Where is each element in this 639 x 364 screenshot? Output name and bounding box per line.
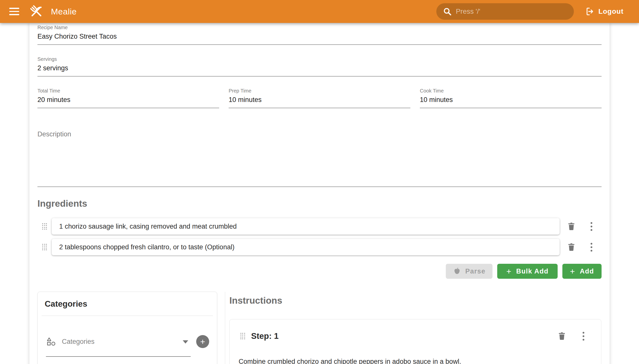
menu-icon[interactable] xyxy=(6,3,23,20)
total-time-label: Total Time xyxy=(38,88,219,94)
trash-icon xyxy=(566,242,576,252)
cook-time-underline xyxy=(420,108,601,108)
prep-time-value[interactable]: 10 minutes xyxy=(229,96,410,104)
plus-icon: + xyxy=(200,335,205,348)
cook-time-value[interactable]: 10 minutes xyxy=(420,96,601,104)
prep-time-label: Prep Time xyxy=(229,88,410,94)
step-card: Step: 1 Combine cr xyxy=(229,319,601,364)
categories-divider xyxy=(42,316,213,316)
cook-time-field[interactable]: Cook Time 10 minutes xyxy=(420,88,601,108)
servings-field[interactable]: Servings 2 servings xyxy=(38,56,601,76)
description-underline xyxy=(38,186,601,187)
prep-time-field[interactable]: Prep Time 10 minutes xyxy=(229,88,410,108)
trash-icon xyxy=(566,222,576,231)
search-placeholder: Press '/' xyxy=(456,8,480,16)
recipe-name-value[interactable]: Easy Chorizo Street Tacos xyxy=(38,32,601,40)
ingredient-row: 1 chorizo sausage link, casing removed a… xyxy=(38,218,601,234)
recipe-name-field[interactable]: Recipe Name Easy Chorizo Street Tacos xyxy=(38,23,601,45)
kebab-icon xyxy=(583,332,584,340)
parse-button[interactable]: Parse xyxy=(446,264,493,279)
instructions-heading: Instructions xyxy=(229,295,601,306)
plus-icon: + xyxy=(570,268,575,275)
delete-ingredient-button[interactable] xyxy=(566,221,577,232)
mealie-logo-icon xyxy=(29,4,45,20)
search-input[interactable]: Press '/' xyxy=(436,3,574,20)
add-label: Add xyxy=(580,268,594,275)
drag-handle-icon[interactable] xyxy=(38,223,52,230)
categories-select-label: Categories xyxy=(62,338,95,346)
servings-underline xyxy=(38,76,601,76)
app-bar: Mealie Press '/' Logout xyxy=(0,0,639,23)
parse-label: Parse xyxy=(465,268,486,275)
step-text[interactable]: Combine crumbled chorizo and chipotle pe… xyxy=(239,357,587,364)
apple-icon xyxy=(453,267,461,276)
kebab-icon xyxy=(591,222,592,231)
chevron-down-icon[interactable] xyxy=(183,340,188,344)
search-icon xyxy=(442,6,452,16)
delete-step-button[interactable] xyxy=(556,330,567,342)
step-more-button[interactable] xyxy=(580,330,587,342)
drag-handle-icon[interactable] xyxy=(38,244,52,250)
trash-icon xyxy=(557,331,567,341)
kebab-icon xyxy=(591,243,592,252)
logout-icon xyxy=(585,7,595,16)
total-time-field[interactable]: Total Time 20 minutes xyxy=(38,88,219,108)
step-title: Step: 1 xyxy=(251,331,279,341)
drag-handle-icon[interactable] xyxy=(240,333,246,340)
app-title: Mealie xyxy=(51,7,77,16)
ingredient-more-button[interactable] xyxy=(588,242,595,252)
ingredient-input[interactable]: 1 chorizo sausage link, casing removed a… xyxy=(52,218,560,234)
cook-time-label: Cook Time xyxy=(420,88,601,94)
ingredient-input[interactable]: 2 tablespoons chopped fresh cilantro, or… xyxy=(52,239,560,255)
shapes-icon xyxy=(46,336,56,347)
recipe-name-underline xyxy=(38,44,601,45)
add-category-button[interactable]: + xyxy=(196,335,209,348)
logout-label: Logout xyxy=(598,8,623,16)
categories-card-title: Categories xyxy=(38,292,217,309)
categories-select-underline xyxy=(46,356,191,357)
delete-ingredient-button[interactable] xyxy=(566,242,577,252)
recipe-editor-card: Recipe Name Easy Chorizo Street Tacos Se… xyxy=(30,23,609,364)
ingredient-row: 2 tablespoons chopped fresh cilantro, or… xyxy=(38,239,601,255)
description-label: Description xyxy=(38,130,601,138)
ingredient-text: 2 tablespoons chopped fresh cilantro, or… xyxy=(59,243,234,251)
total-time-underline xyxy=(38,108,219,108)
recipe-name-label: Recipe Name xyxy=(38,24,601,30)
servings-label: Servings xyxy=(38,56,601,62)
bulk-add-label: Bulk Add xyxy=(516,268,549,275)
description-field[interactable]: Description xyxy=(38,130,601,187)
prep-time-underline xyxy=(229,108,410,108)
bulk-add-button[interactable]: + Bulk Add xyxy=(497,264,558,279)
add-ingredient-button[interactable]: + Add xyxy=(562,264,601,279)
logout-button[interactable]: Logout xyxy=(585,7,623,16)
categories-select[interactable]: Categories xyxy=(46,336,191,347)
ingredient-more-button[interactable] xyxy=(588,221,595,232)
servings-value[interactable]: 2 servings xyxy=(38,64,601,72)
ingredients-heading: Ingredients xyxy=(38,198,601,209)
plus-icon: + xyxy=(506,268,512,275)
categories-card: Categories Categories xyxy=(38,292,217,364)
ingredient-text: 1 chorizo sausage link, casing removed a… xyxy=(59,223,237,230)
total-time-value[interactable]: 20 minutes xyxy=(38,96,219,104)
